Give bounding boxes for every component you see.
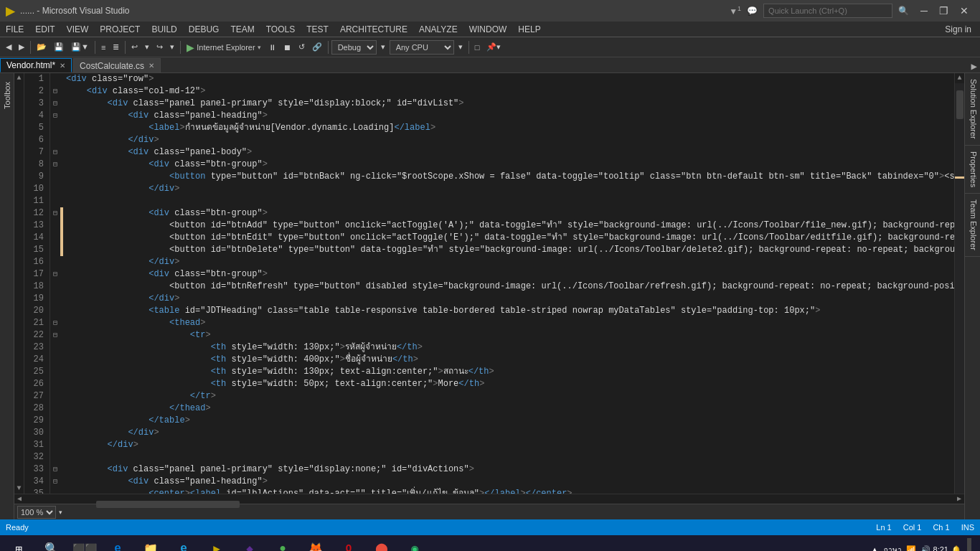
toolbox-label[interactable]: Toolbox <box>3 82 11 109</box>
menu-project[interactable]: PROJECT <box>94 22 146 37</box>
code-line[interactable]: </table> <box>66 415 954 427</box>
speaker-icon[interactable]: 🔊 <box>920 545 930 552</box>
fold-gutter-item[interactable] <box>50 281 60 293</box>
fold-gutter-item[interactable] <box>50 244 60 256</box>
restore-button[interactable]: ❐ <box>933 0 954 22</box>
show-desktop-btn[interactable] <box>967 538 971 551</box>
notification-icon[interactable]: 🔔 <box>951 545 961 552</box>
menu-analyze[interactable]: ANALYZE <box>413 22 463 37</box>
firefox-taskbar-btn[interactable]: 🦊 <box>300 535 331 551</box>
edge-taskbar-btn[interactable]: e <box>102 535 133 551</box>
menu-edit[interactable]: EDIT <box>29 22 60 37</box>
toolbar-extra2[interactable]: 📌▾ <box>484 39 504 55</box>
code-line[interactable]: <div class="btn-group"> <box>66 159 954 171</box>
fold-gutter-item[interactable] <box>50 73 60 85</box>
fold-gutter-item[interactable] <box>50 134 60 146</box>
menu-team[interactable]: TEAM <box>225 22 260 37</box>
solution-explorer-tab[interactable]: Solution Explorer <box>965 73 980 146</box>
scroll-down-arrow[interactable]: ▼ <box>14 484 24 494</box>
fold-gutter-item[interactable] <box>50 220 60 232</box>
code-line[interactable]: </tr> <box>66 390 954 402</box>
toolbar-format2-btn[interactable]: ≣ <box>110 39 122 55</box>
code-line[interactable]: <button id="btnRefresh" type="button" di… <box>66 281 954 293</box>
tab-costcalculate[interactable]: CostCalculate.cs ✕ <box>73 58 161 72</box>
menu-build[interactable]: BUILD <box>146 22 182 37</box>
code-line[interactable]: <tr> <box>66 329 954 342</box>
fold-gutter-item[interactable] <box>50 232 60 244</box>
code-line[interactable]: <button id="btnAdd" type="button" onclic… <box>66 220 954 232</box>
code-line[interactable]: <th style="width: 130px; text-align:cent… <box>66 366 954 378</box>
code-line[interactable]: <button type="button" id="btnBack" ng-cl… <box>66 171 954 183</box>
chat-icon[interactable]: 💬 <box>747 6 758 16</box>
menu-debug[interactable]: DEBUG <box>183 22 225 37</box>
menu-file[interactable]: FILE <box>0 22 29 37</box>
debug-drop-btn[interactable]: ▾ <box>378 39 388 55</box>
fold-gutter-item[interactable]: ⊟ <box>50 110 60 122</box>
code-line[interactable]: </div> <box>66 134 954 146</box>
search-button[interactable]: 🔍 <box>36 535 67 551</box>
fold-gutter-item[interactable] <box>50 439 60 451</box>
toolbar-open-btn[interactable]: 📂 <box>34 39 50 55</box>
code-line[interactable]: </div> <box>66 427 954 439</box>
scroll-right-arrow[interactable]: ▶ <box>954 494 964 504</box>
team-explorer-tab[interactable]: Team Explorer <box>965 194 980 257</box>
tab-vendor-html[interactable]: Vendor.html* ✕ <box>0 58 72 72</box>
toolbar-format-btn[interactable]: ≡ <box>98 39 108 55</box>
menu-test[interactable]: TEST <box>301 22 334 37</box>
code-line[interactable]: <div class="btn-group"> <box>66 207 954 220</box>
fold-gutter-item[interactable]: ⊟ <box>50 146 60 159</box>
vertical-scrollbar[interactable]: ▲ ▼ <box>954 73 964 494</box>
code-line[interactable]: <div class="col-md-12"> <box>66 85 954 98</box>
code-line[interactable]: </div> <box>66 256 954 268</box>
code-line[interactable]: <th style="width: 50px; text-align:cente… <box>66 378 954 390</box>
zoom-select[interactable]: 100 % <box>17 506 56 519</box>
fold-gutter-item[interactable] <box>50 488 60 494</box>
fold-gutter-item[interactable] <box>50 415 60 427</box>
tab-vendor-close[interactable]: ✕ <box>60 62 65 70</box>
scrollbar-thumb[interactable] <box>956 90 963 119</box>
code-line[interactable]: <button id="btnDelete" type="button" dat… <box>66 244 954 256</box>
toolbar-undo-btn[interactable]: ↩ <box>128 39 141 55</box>
code-line[interactable]: </thead> <box>66 402 954 415</box>
code-line[interactable]: <div class="panel-heading"> <box>66 110 954 122</box>
code-line[interactable]: <div class="row"> <box>66 73 954 85</box>
code-taskbar-btn[interactable]: ◆ <box>234 535 265 551</box>
fold-gutter-item[interactable]: ⊟ <box>50 159 60 171</box>
fold-gutter-item[interactable] <box>50 256 60 268</box>
toolbar-extra1[interactable]: □ <box>472 39 483 55</box>
debug-config-dropdown[interactable]: Debug <box>331 40 377 55</box>
scroll-left-arrow[interactable]: ◀ <box>14 494 24 504</box>
fold-gutter-item[interactable] <box>50 427 60 439</box>
h-scrollbar-thumb[interactable] <box>96 501 240 508</box>
platform-dropdown[interactable]: Any CPU <box>390 40 454 55</box>
menu-window[interactable]: WINDOW <box>463 22 513 37</box>
platform-drop-btn[interactable]: ▾ <box>456 39 466 55</box>
toolbar-redo-drop-btn[interactable]: ▾ <box>167 39 177 55</box>
fold-gutter-item[interactable] <box>50 195 60 207</box>
explorer-taskbar-btn[interactable]: 📁 <box>135 535 166 551</box>
code-line[interactable] <box>66 451 954 463</box>
fold-gutter-item[interactable]: ⊟ <box>50 268 60 281</box>
run-button[interactable]: ▶ Internet Explorer ▾ <box>184 42 263 53</box>
opera-taskbar-btn[interactable]: O <box>333 535 364 551</box>
fold-gutter-item[interactable]: ⊟ <box>50 329 60 342</box>
clock[interactable]: 8:21 <box>933 545 948 551</box>
close-button[interactable]: ✕ <box>954 0 974 22</box>
fold-gutter-item[interactable]: ⊟ <box>50 85 60 98</box>
task-view-button[interactable]: ⬛⬛ <box>69 535 100 551</box>
app-taskbar-btn1[interactable]: ⬤ <box>366 535 397 551</box>
up-arrow-icon[interactable]: ▲ <box>871 545 879 551</box>
toolbar-save-all-btn[interactable]: 💾▼ <box>68 39 92 55</box>
properties-tab[interactable]: Properties <box>965 146 980 194</box>
fold-gutter-item[interactable] <box>50 402 60 415</box>
scrollbar-up-arrow[interactable]: ▲ <box>955 73 964 83</box>
attach-btn[interactable]: 🔗 <box>309 39 325 55</box>
fold-gutter-item[interactable] <box>50 305 60 317</box>
fold-gutter-item[interactable]: ⊟ <box>50 317 60 329</box>
code-line[interactable]: <label>กำหนดข้อมูลผู้จำหน่าย[Vendor.dyna… <box>66 122 954 134</box>
fold-gutter-item[interactable]: ⊟ <box>50 476 60 488</box>
quick-launch-input[interactable] <box>763 4 892 18</box>
code-line[interactable]: <div class="panel-body"> <box>66 146 954 159</box>
menu-architecture[interactable]: ARCHITECTURE <box>334 22 413 37</box>
restart-btn[interactable]: ↺ <box>296 39 308 55</box>
